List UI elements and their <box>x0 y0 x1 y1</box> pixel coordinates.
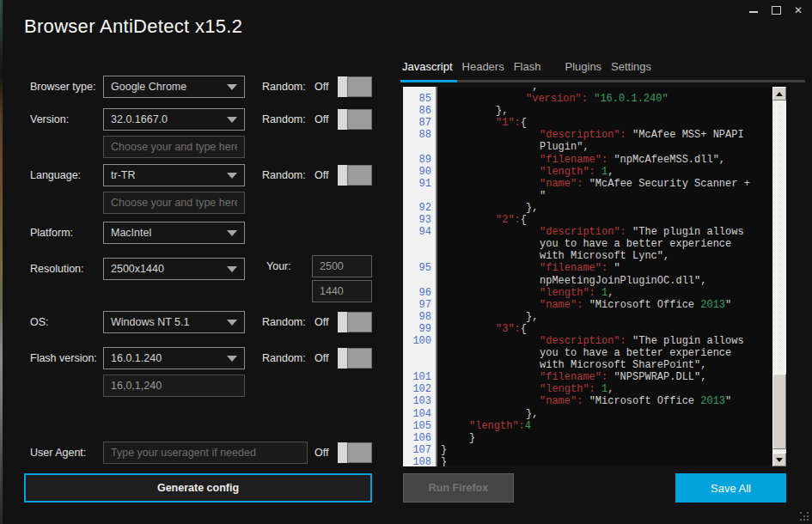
browser-type-select[interactable]: Google Chrome <box>103 76 245 98</box>
scrollbar-track[interactable] <box>772 101 786 453</box>
code-line: with Microsoft Lync", <box>441 250 772 262</box>
line-number <box>403 347 436 359</box>
close-icon: ✕ <box>794 5 803 15</box>
line-number: 108 <box>403 456 436 466</box>
line-number: 107 <box>403 444 436 456</box>
tab-javascript[interactable]: Javascript <box>402 60 453 73</box>
triangle-up-icon <box>776 92 783 96</box>
chevron-down-icon <box>227 84 237 90</box>
tab-flash[interactable]: Flash <box>514 60 541 73</box>
flash-random-toggle[interactable] <box>338 348 372 369</box>
browser-random-state: Off <box>314 81 328 93</box>
code-line: "name": "McAfee Security Scanner + <box>441 178 772 190</box>
line-number: 90 <box>403 166 436 178</box>
resolution-label: Resolution: <box>30 263 84 275</box>
browser-random-toggle[interactable] <box>338 76 372 97</box>
toggle-knob <box>338 312 347 332</box>
code-editor[interactable]: 8586878889909192939495969798991001011021… <box>403 87 786 466</box>
scrollbar-thumb[interactable] <box>772 374 786 449</box>
desktop-edge-strip <box>0 0 3 524</box>
flash-version-label: Flash version: <box>30 352 97 364</box>
code-line: Plugin", <box>441 141 772 153</box>
chevron-down-icon <box>227 266 237 272</box>
resolution-width-input[interactable] <box>312 255 372 277</box>
tab-bar: JavascriptHeadersFlashPluginsSettings <box>402 60 661 78</box>
resize-grip[interactable] <box>800 512 810 522</box>
version-custom-input[interactable] <box>103 136 245 158</box>
toggle-knob <box>338 76 347 97</box>
toggle-body <box>347 312 372 332</box>
os-select[interactable]: Windows NT 5.1 <box>103 311 245 333</box>
chevron-down-icon <box>227 230 237 236</box>
line-number: 102 <box>403 383 436 395</box>
language-label: Language: <box>30 169 81 181</box>
line-number: 87 <box>403 117 436 129</box>
flash-version-value: 16.0.1.240 <box>111 352 162 364</box>
save-all-button[interactable]: Save All <box>675 473 786 503</box>
your-resolution-label: Your: <box>266 260 291 272</box>
run-firefox-button[interactable]: Run Firefox <box>403 473 514 503</box>
scroll-down-button[interactable] <box>772 453 786 466</box>
chevron-down-icon <box>227 356 237 362</box>
version-random-toggle[interactable] <box>338 109 372 130</box>
line-number: 99 <box>403 323 436 335</box>
tab-plugins[interactable]: Plugins <box>565 60 601 73</box>
user-agent-toggle[interactable] <box>338 442 372 463</box>
tab-settings[interactable]: Settings <box>611 60 651 73</box>
generate-config-button[interactable]: Generate config <box>24 473 372 503</box>
code-line: " <box>441 190 772 202</box>
scroll-up-button[interactable] <box>772 87 786 101</box>
os-random-label: Random: <box>262 316 306 328</box>
code-line: "version": "16.0.1.240" <box>441 93 772 105</box>
platform-label: Platform: <box>30 227 73 239</box>
minimize-icon <box>749 11 758 13</box>
language-random-toggle[interactable] <box>338 165 372 186</box>
toggle-body <box>347 165 372 186</box>
code-line: "filename": " <box>441 262 772 274</box>
close-button[interactable]: ✕ <box>789 2 808 19</box>
os-random-toggle[interactable] <box>338 312 372 332</box>
os-random-state: Off <box>314 316 328 328</box>
line-number: 97 <box>403 299 436 311</box>
editor-code: ","version": "16.0.1.240"},"1":{"descrip… <box>437 87 772 466</box>
toggle-knob <box>338 442 347 463</box>
code-line: "name": "Microsoft Office 2013" <box>441 395 772 407</box>
minimize-button[interactable] <box>744 2 763 19</box>
code-line: "description": "McAfee MSS+ NPAPI <box>441 129 772 141</box>
chevron-down-icon <box>227 173 237 179</box>
app-title: Browser AntiDetect x15.2 <box>24 15 242 38</box>
editor-scrollbar[interactable] <box>772 87 786 466</box>
flash-version-select[interactable]: 16.0.1.240 <box>103 347 245 369</box>
maximize-icon <box>772 6 781 15</box>
maximize-button[interactable] <box>766 2 785 19</box>
line-number <box>403 190 436 202</box>
user-agent-input[interactable] <box>103 442 308 464</box>
line-number <box>403 359 436 371</box>
chevron-down-icon <box>227 320 237 326</box>
toggle-body <box>347 348 372 369</box>
resolution-select[interactable]: 2500x1440 <box>103 258 245 280</box>
line-number <box>403 87 436 93</box>
code-line: } <box>441 444 772 456</box>
line-number: 103 <box>403 395 436 407</box>
version-random-state: Off <box>314 113 328 125</box>
code-line: }, <box>441 202 772 214</box>
language-select[interactable]: tr-TR <box>103 164 245 186</box>
resolution-height-input[interactable] <box>312 280 372 302</box>
resolution-value: 2500x1440 <box>111 263 164 275</box>
line-number: 85 <box>403 93 436 105</box>
browser-type-value: Google Chrome <box>111 81 186 93</box>
code-line: "2":{ <box>441 214 772 226</box>
line-number: 104 <box>403 408 436 420</box>
chevron-down-icon <box>227 117 237 123</box>
language-random-state: Off <box>314 169 328 181</box>
flash-version-text-input[interactable] <box>103 375 245 397</box>
version-select[interactable]: 32.0.1667.0 <box>103 108 245 131</box>
platform-select[interactable]: MacIntel <box>103 222 245 244</box>
code-line: "filename": "npMcAfeeMSS.dll", <box>441 154 772 166</box>
code-line: "1":{ <box>441 117 772 129</box>
language-random-label: Random: <box>262 169 306 181</box>
tab-headers[interactable]: Headers <box>462 60 504 73</box>
line-number <box>403 141 436 153</box>
language-custom-input[interactable] <box>103 192 245 214</box>
